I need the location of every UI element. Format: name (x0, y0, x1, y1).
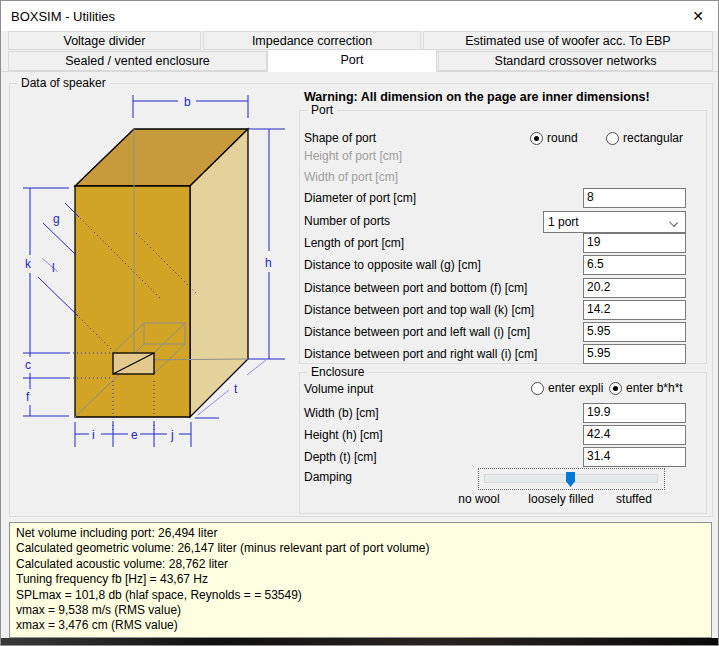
dim-label-l: l (52, 261, 55, 275)
radio-circle-icon (530, 132, 543, 145)
dim-label-h: h (265, 256, 272, 270)
field-input[interactable]: 19 (583, 233, 686, 253)
field-input[interactable]: 20.2 (583, 278, 686, 298)
enclosure-diagram: b h k c f g l i e j t (9, 83, 299, 517)
result-line: vmax = 9,538 m/s (RMS value) (16, 603, 711, 618)
tab-impedance-correction[interactable]: Impedance correction (203, 31, 421, 50)
result-line: Calculated acoustic volume: 28,762 liter (16, 557, 711, 572)
result-line: Tuning frequency fb [Hz] = 43,67 Hz (16, 572, 711, 587)
result-line: Net volume including port: 26,494 liter (16, 526, 711, 541)
dim-label-t: t (234, 382, 238, 396)
shape-radio-rectangular[interactable]: rectangular (606, 131, 683, 145)
field-label: Diameter of port [cm] (304, 191, 416, 205)
volume-input-label: Volume input (304, 382, 373, 396)
field-label: Distance to opposite wall (g) [cm] (304, 258, 481, 272)
result-line: Calculated geometric volume: 26,147 lite… (16, 541, 711, 556)
tab-sealed-vented-enclosure[interactable]: Sealed / vented enclosure (8, 51, 267, 71)
damping-label: Damping (304, 470, 352, 484)
result-line: xmax = 3,476 cm (RMS value) (16, 618, 711, 633)
enclosure-group-label: Enclosure (307, 365, 368, 379)
shape-radio-round[interactable]: round (530, 131, 578, 145)
dim-label-e: e (131, 428, 138, 442)
radio-circle-icon (606, 132, 619, 145)
port-disabled-field-label: Width of port [cm] (304, 170, 398, 184)
field-input[interactable]: 5.95 (583, 344, 686, 364)
field-label: Distance between port and right wall (i)… (304, 347, 537, 361)
tab-port[interactable]: Port (267, 49, 437, 72)
volume-radio-label: enter expli (548, 381, 603, 395)
tab-estimated-use-of-woofer-acc-to-ebp[interactable]: Estimated use of woofer acc. To EBP (423, 31, 713, 50)
dim-label-i: i (92, 428, 95, 442)
volume-radio-enter-expli[interactable]: enter expli (531, 381, 603, 395)
field-input[interactable]: 5.95 (583, 322, 686, 342)
field-label: Distance between port and left wall (i) … (304, 325, 530, 339)
damping-tick-label: stuffed (616, 492, 652, 506)
port-disabled-field-label: Height of port [cm] (304, 149, 402, 163)
field-input[interactable]: 42.4 (583, 425, 686, 445)
field-input[interactable]: 31.4 (583, 447, 686, 467)
dim-label-b: b (184, 95, 191, 109)
dim-label-f: f (26, 390, 30, 404)
field-label: Height (h) [cm] (304, 428, 383, 442)
desktop-edge (1, 638, 718, 645)
dim-label-j: j (170, 428, 174, 442)
field-input[interactable]: 19.9 (583, 403, 686, 423)
field-input[interactable]: 8 (583, 188, 686, 208)
dim-label-c: c (25, 358, 31, 372)
field-input[interactable]: 14.2 (583, 300, 686, 320)
box-front-face (75, 186, 190, 417)
field-label: Distance between port and bottom (f) [cm… (304, 281, 527, 295)
volume-radio-enter-b-h-t[interactable]: enter b*h*t (609, 381, 683, 395)
damping-tick-label: loosely filled (528, 492, 593, 506)
dim-label-k: k (25, 257, 32, 271)
shape-radio-label: round (547, 131, 578, 145)
damping-tick-label: no wool (458, 492, 499, 506)
radio-circle-icon (531, 382, 544, 395)
tab-voltage-divider[interactable]: Voltage divider (8, 31, 201, 50)
field-input[interactable]: 6.5 (583, 255, 686, 275)
field-label: Length of port [cm] (304, 236, 404, 250)
number-of-ports-select[interactable]: 1 port (543, 211, 686, 233)
volume-radio-label: enter b*h*t (626, 381, 683, 395)
field-label: Distance between port and top wall (k) [… (304, 303, 534, 317)
port-group-label: Port (307, 103, 337, 117)
field-label: Depth (t) [cm] (304, 450, 377, 464)
shape-radio-label: rectangular (623, 131, 683, 145)
close-icon[interactable]: ✕ (684, 6, 712, 26)
results-panel: Net volume including port: 26,494 literC… (9, 522, 712, 638)
tab-standard-crossover-networks[interactable]: Standard crossover networks (438, 51, 713, 71)
utilities-window: BOXSIM - Utilities ✕ Voltage dividerImpe… (0, 0, 719, 646)
field-label: Number of ports (304, 214, 390, 228)
title-bar: BOXSIM - Utilities ✕ (1, 1, 718, 31)
field-label: Width (b) [cm] (304, 406, 379, 420)
inner-dimensions-warning: Warning: All dimension on the page are i… (304, 90, 650, 104)
radio-circle-icon (609, 382, 622, 395)
dim-label-g: g (53, 212, 60, 226)
shape-of-port-label: Shape of port (304, 131, 376, 145)
chevron-down-icon (669, 218, 678, 227)
result-line: SPLmax = 101,8 db (hlaf space, Reynolds … (16, 588, 711, 603)
window-title: BOXSIM - Utilities (11, 9, 115, 24)
